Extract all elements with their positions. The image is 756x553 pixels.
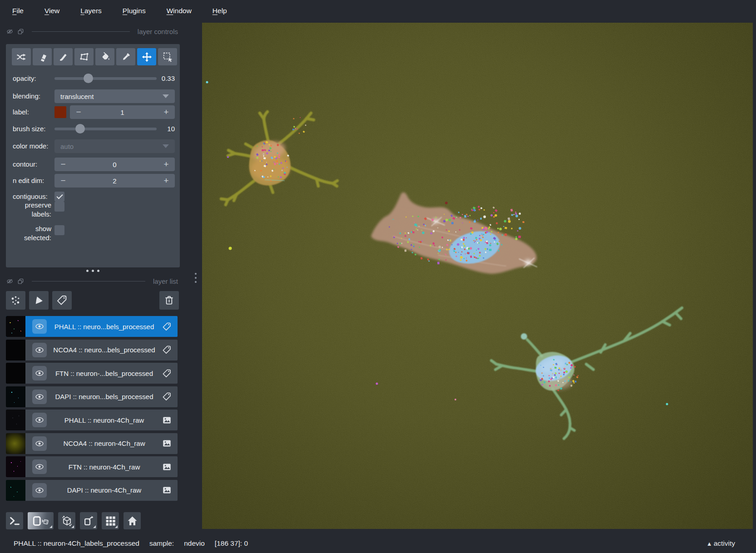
label-value[interactable]: 1 xyxy=(87,109,158,116)
activity-button[interactable]: ▲ activity xyxy=(707,539,735,548)
layer-list-title: layer list xyxy=(153,277,178,285)
viewer-canvas[interactable] xyxy=(202,23,753,529)
layer-name: NCOA4 :: neuro...bels_processed xyxy=(47,346,162,354)
transform-button[interactable] xyxy=(158,48,177,65)
brush-size-slider-handle[interactable] xyxy=(75,124,85,133)
fluorescence-image xyxy=(202,23,753,529)
new-labels-layer-button[interactable] xyxy=(52,291,72,310)
polygon-select-button[interactable] xyxy=(74,48,94,65)
image-layer-icon xyxy=(162,462,172,472)
layer-thumbnail xyxy=(6,456,25,477)
panel-resize-handle[interactable] xyxy=(6,270,180,272)
blending-label: blending: xyxy=(13,91,40,101)
layer-list-header: layer list xyxy=(6,276,178,286)
menu-file[interactable]: File xyxy=(2,4,34,18)
label-increment-button[interactable]: + xyxy=(158,107,175,117)
brush-size-slider[interactable] xyxy=(54,124,157,134)
eraser-button[interactable] xyxy=(33,48,52,65)
contour-value[interactable]: 0 xyxy=(72,161,158,168)
layer-name: PHALL :: neuro...bels_processed xyxy=(47,323,162,331)
opacity-label: opacity: xyxy=(13,74,36,84)
n-edit-dim-increment-button[interactable]: + xyxy=(158,176,175,186)
roll-dimensions-button[interactable] xyxy=(58,512,75,529)
layer-visibility-eye-icon[interactable] xyxy=(32,436,47,451)
n-edit-dim-value[interactable]: 2 xyxy=(72,177,158,185)
divider xyxy=(32,31,130,32)
console-button[interactable] xyxy=(6,512,23,529)
layer-visibility-eye-icon[interactable] xyxy=(32,390,47,404)
delete-layer-button[interactable] xyxy=(159,291,179,310)
layer-row[interactable]: FTN :: neuron-...bels_processed xyxy=(6,363,178,384)
show-selected-checkbox[interactable] xyxy=(54,225,64,235)
contiguous-checkbox[interactable] xyxy=(54,192,64,202)
layer-visibility-eye-icon[interactable] xyxy=(32,483,47,498)
label-color-swatch[interactable] xyxy=(54,106,66,118)
n-edit-dim-decrement-button[interactable]: − xyxy=(54,176,72,186)
opacity-slider[interactable] xyxy=(54,74,157,84)
layer-visibility-eye-icon[interactable] xyxy=(32,319,47,334)
menu-bar: FileViewLayersPluginsWindowHelp xyxy=(0,0,756,22)
home-reset-button[interactable] xyxy=(124,512,141,529)
blending-dropdown[interactable]: translucent xyxy=(54,89,175,103)
contour-increment-button[interactable]: + xyxy=(158,159,175,169)
label-decrement-button[interactable]: − xyxy=(70,107,87,117)
contour-spinbox: − 0 + xyxy=(54,158,175,171)
chevron-down-icon xyxy=(163,144,169,148)
opacity-slider-track[interactable] xyxy=(54,77,157,80)
transpose-dimensions-button[interactable] xyxy=(80,512,97,529)
layer-visibility-eye-icon[interactable] xyxy=(32,413,47,427)
layer-controls-header: layer controls xyxy=(6,26,178,36)
layer-visibility-eye-icon[interactable] xyxy=(32,343,47,357)
layer-row[interactable]: PHALL :: neuron-4Ch_raw xyxy=(6,410,178,430)
opacity-slider-handle[interactable] xyxy=(84,74,93,83)
contiguous-label: contiguous: xyxy=(13,192,48,202)
chevron-down-icon xyxy=(163,94,169,98)
menu-plugins[interactable]: Plugins xyxy=(112,4,156,18)
paintbrush-button[interactable] xyxy=(54,48,73,65)
layer-thumbnail xyxy=(6,386,25,407)
layer-visibility-eye-icon[interactable] xyxy=(32,459,47,474)
layer-row[interactable]: FTN :: neuron-4Ch_raw xyxy=(6,456,178,477)
hide-panel-eye-icon[interactable] xyxy=(6,278,13,285)
new-points-layer-button[interactable] xyxy=(6,291,25,310)
sidebar-resize-handle[interactable] xyxy=(195,273,197,283)
menu-window[interactable]: Window xyxy=(156,4,202,18)
n-edit-dim-label: n edit dim: xyxy=(13,176,44,186)
layer-list-rows: PHALL :: neuro...bels_processedNCOA4 :: … xyxy=(6,316,178,501)
layer-row[interactable]: PHALL :: neuro...bels_processed xyxy=(6,316,178,337)
hide-panel-eye-icon[interactable] xyxy=(6,28,13,35)
layer-row[interactable]: NCOA4 :: neuro...bels_processed xyxy=(6,340,178,360)
popout-panel-icon[interactable] xyxy=(17,28,24,35)
ndisplay-2d3d-button[interactable] xyxy=(28,512,54,529)
layer-row[interactable]: DAPI :: neuron-4Ch_raw xyxy=(6,480,178,501)
layer-thumbnail xyxy=(6,410,25,430)
pan-zoom-button[interactable] xyxy=(137,48,156,65)
layer-row[interactable]: NCOA4 :: neuron-4Ch_raw xyxy=(6,433,178,454)
preserve-labels-checkbox[interactable] xyxy=(54,202,64,212)
viewer-buttons-toolbar xyxy=(6,512,141,529)
fill-bucket-button[interactable] xyxy=(95,48,114,65)
popout-panel-icon[interactable] xyxy=(17,278,24,285)
menu-view[interactable]: View xyxy=(34,4,70,18)
layer-visibility-eye-icon[interactable] xyxy=(32,366,47,380)
status-layer-name: PHALL :: neuron-4Ch_labels_processed xyxy=(14,539,139,548)
activity-label: activity xyxy=(714,539,735,548)
layer-thumbnail xyxy=(6,480,25,501)
new-shapes-layer-button[interactable] xyxy=(29,291,49,310)
color-mode-dropdown[interactable]: auto xyxy=(54,139,175,153)
contour-decrement-button[interactable]: − xyxy=(54,159,72,169)
layer-controls-title: layer controls xyxy=(138,28,178,35)
menu-layers[interactable]: Layers xyxy=(70,4,112,18)
menu-help[interactable]: Help xyxy=(202,4,237,18)
labels-layer-tag-icon xyxy=(162,321,172,332)
brush-size-slider-track[interactable] xyxy=(54,128,157,130)
status-sample-value: ndevio xyxy=(184,539,205,548)
labels-layer-tag-icon xyxy=(162,391,172,402)
grid-view-button[interactable] xyxy=(102,512,119,529)
color-picker-button[interactable] xyxy=(116,48,135,65)
layer-name: FTN :: neuron-...bels_processed xyxy=(47,370,162,377)
layer-row[interactable]: DAPI :: neuron...bels_processed xyxy=(6,386,178,407)
shuffle-colors-button[interactable] xyxy=(12,48,31,65)
layer-name: PHALL :: neuron-4Ch_raw xyxy=(47,416,162,424)
label-spinbox: − 1 + xyxy=(70,105,175,119)
